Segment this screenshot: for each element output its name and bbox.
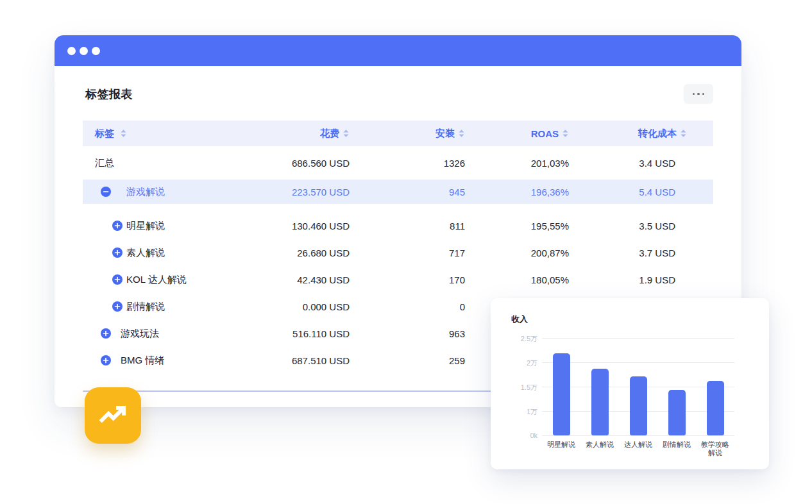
- row-label: 游戏玩法: [121, 328, 159, 340]
- row-label: 素人解说: [126, 247, 165, 259]
- expand-icon[interactable]: [112, 221, 123, 231]
- expand-icon[interactable]: [112, 248, 123, 258]
- spend-cell: 26.680 USD: [212, 248, 350, 258]
- spend-cell: 686.560 USD: [212, 158, 350, 169]
- expand-icon[interactable]: [112, 301, 123, 312]
- y-tick-label: 1万: [511, 407, 537, 417]
- revenue-chart-card: 收入 2.5万2万1.5万1万0k明星解说素人解说达人解说剧情解说教学攻略解说: [491, 298, 769, 469]
- column-header[interactable]: 转化成本: [569, 128, 713, 140]
- y-tick-label: 2.5万: [511, 334, 537, 344]
- roas-cell: 195,55%: [465, 221, 569, 231]
- expand-icon[interactable]: [101, 355, 111, 365]
- column-header-label: 安装: [436, 128, 455, 140]
- window-titlebar: [55, 35, 741, 66]
- chart-title: 收入: [491, 298, 769, 325]
- table-row[interactable]: 游戏解说 223.570 USD 945 196,36% 5.4 USD: [83, 180, 713, 204]
- cost-cell: 3.7 USD: [569, 248, 713, 258]
- row-label: BMG 情绪: [121, 355, 164, 367]
- roas-cell: 201,03%: [465, 158, 569, 169]
- row-label: 汇总: [83, 157, 212, 169]
- installs-cell: 0: [350, 301, 465, 312]
- table-row[interactable]: 素人解说 26.680 USD 717 200,87% 3.7 USD: [83, 239, 713, 266]
- row-label: 明星解说: [126, 220, 165, 232]
- revenue-bar[interactable]: [553, 353, 570, 435]
- x-tick-label: 达人解说: [619, 441, 657, 457]
- cost-cell: 3.5 USD: [569, 221, 713, 231]
- spend-cell: 223.570 USD: [212, 187, 350, 197]
- bars-layer: [542, 338, 734, 435]
- spend-cell: 0.000 USD: [212, 301, 350, 312]
- sort-icon[interactable]: [120, 129, 127, 138]
- column-header[interactable]: 花费: [212, 128, 350, 140]
- window-dot-icon[interactable]: [92, 47, 100, 55]
- column-header[interactable]: ROAS: [465, 128, 569, 139]
- expand-icon[interactable]: [101, 328, 111, 339]
- table-header-row: 标签 花费 安装 ROAS: [83, 121, 713, 146]
- column-header-label: 转化成本: [638, 128, 677, 140]
- revenue-bar[interactable]: [668, 390, 686, 435]
- more-dot-icon: [697, 93, 700, 96]
- more-dot-icon: [693, 93, 695, 96]
- trending-up-app-icon[interactable]: [85, 387, 141, 444]
- roas-cell: 180,05%: [465, 274, 569, 285]
- y-tick-label: 0k: [511, 432, 537, 439]
- column-header-label: 花费: [320, 128, 339, 140]
- gridline: [542, 435, 734, 436]
- table-row[interactable]: KOL 达人解说 42.430 USD 170 180,05% 1.9 USD: [83, 266, 713, 293]
- cost-cell: 5.4 USD: [569, 187, 713, 197]
- y-tick-label: 1.5万: [511, 383, 537, 392]
- collapse-icon[interactable]: [101, 187, 111, 197]
- installs-cell: 945: [350, 187, 465, 197]
- table-row[interactable]: 明星解说 130.460 USD 811 195,55% 3.5 USD: [83, 212, 713, 239]
- expand-icon[interactable]: [112, 274, 123, 285]
- roas-cell: 200,87%: [465, 248, 569, 258]
- installs-cell: 259: [350, 355, 465, 366]
- sort-icon[interactable]: [680, 129, 687, 138]
- row-label: KOL 达人解说: [126, 274, 187, 286]
- trending-up-icon: [94, 396, 132, 435]
- x-tick-label: 教学攻略解说: [696, 441, 734, 457]
- column-header[interactable]: 安装: [350, 128, 465, 140]
- installs-cell: 717: [350, 248, 465, 258]
- row-label: 游戏解说: [126, 186, 165, 198]
- sort-icon[interactable]: [458, 129, 465, 138]
- page-title: 标签报表: [83, 87, 133, 102]
- installs-cell: 811: [350, 221, 465, 231]
- window-dot-icon[interactable]: [80, 47, 88, 55]
- installs-cell: 963: [350, 328, 465, 339]
- y-tick-label: 2万: [511, 358, 537, 368]
- spend-cell: 687.510 USD: [212, 355, 350, 366]
- window-dot-icon[interactable]: [67, 47, 76, 55]
- x-tick-label: 素人解说: [580, 441, 619, 457]
- installs-cell: 170: [350, 274, 465, 285]
- x-axis-labels: 明星解说素人解说达人解说剧情解说教学攻略解说: [542, 441, 734, 457]
- x-tick-label: 明星解说: [542, 441, 580, 457]
- revenue-bar[interactable]: [630, 376, 647, 435]
- spend-cell: 130.460 USD: [212, 221, 350, 231]
- more-dot-icon: [702, 93, 705, 96]
- column-header-label: 标签: [95, 128, 114, 140]
- more-button[interactable]: [684, 84, 713, 104]
- cost-cell: 3.4 USD: [569, 158, 713, 169]
- page-background: 标签报表 标签 花费 安装: [0, 0, 812, 504]
- column-header[interactable]: 标签: [83, 128, 212, 140]
- x-tick-label: 剧情解说: [657, 441, 696, 457]
- summary-row[interactable]: 汇总 686.560 USD 1326 201,03% 3.4 USD: [83, 146, 713, 180]
- installs-cell: 1326: [350, 158, 465, 169]
- revenue-bar-chart: 2.5万2万1.5万1万0k明星解说素人解说达人解说剧情解说教学攻略解说: [511, 338, 754, 435]
- sort-icon[interactable]: [343, 129, 350, 138]
- spend-cell: 42.430 USD: [212, 274, 350, 285]
- row-label: 剧情解说: [126, 301, 165, 313]
- column-header-label: ROAS: [531, 128, 559, 139]
- report-card-header: 标签报表: [83, 84, 713, 104]
- revenue-bar[interactable]: [591, 369, 609, 435]
- sort-icon[interactable]: [562, 129, 569, 138]
- cost-cell: 1.9 USD: [569, 274, 713, 285]
- spend-cell: 516.110 USD: [212, 328, 350, 339]
- roas-cell: 196,36%: [465, 187, 569, 197]
- revenue-bar[interactable]: [707, 381, 724, 435]
